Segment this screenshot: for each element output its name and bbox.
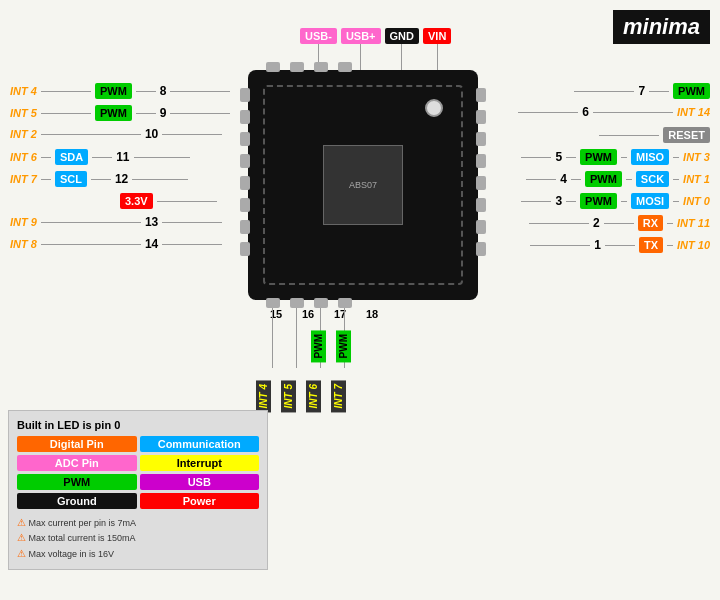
right-pin-row-4: 5 PWM MISO INT 3: [521, 149, 710, 165]
line7c: [162, 222, 222, 223]
note3: ⚠ Max voltage in is 16V: [17, 546, 259, 562]
rline4b: [566, 157, 576, 158]
int2-label: INT 2: [10, 128, 37, 140]
bottom-pin-numbers: 15 16 17 18: [265, 308, 383, 320]
v33-label: 3.3V: [120, 193, 153, 209]
usb-minus-label: USB-: [300, 28, 337, 44]
rpwm-5-label: PWM: [580, 149, 617, 165]
rpwm-7-label: PWM: [673, 83, 710, 99]
pad-b4: [338, 298, 352, 308]
rline4c: [621, 157, 627, 158]
line3: [41, 134, 141, 135]
line8: [41, 244, 141, 245]
usb-plus-label: USB+: [341, 28, 381, 44]
rline8: [530, 245, 590, 246]
pad-r2: [476, 110, 486, 124]
pad-l2: [240, 110, 250, 124]
sck-label: SCK: [636, 171, 669, 187]
rpin5-num: 5: [555, 150, 562, 164]
scl-label: SCL: [55, 171, 87, 187]
legend-communication: Communication: [140, 436, 260, 452]
left-pin-row-7: INT 9 13: [10, 215, 222, 229]
rpin2-num: 2: [593, 216, 600, 230]
rline1: [574, 91, 634, 92]
bpin16: 16: [297, 308, 319, 320]
pad-r3: [476, 132, 486, 146]
vin-top-label: VIN: [423, 28, 451, 44]
rpin1-num: 1: [594, 238, 601, 252]
pin8-num: 8: [160, 84, 167, 98]
bpin18: 18: [361, 308, 383, 320]
legend-notes: ⚠ Max current per pin is 7mA ⚠ Max total…: [17, 515, 259, 562]
rline2: [518, 112, 578, 113]
legend-usb: USB: [140, 474, 260, 490]
right-pin-row-2: 6 INT 14: [518, 105, 710, 119]
int7-label: INT 7: [10, 173, 37, 185]
rx-label: RX: [638, 215, 663, 231]
int5-label: INT 5: [10, 107, 37, 119]
pad-r1: [476, 88, 486, 102]
line5b: [91, 179, 111, 180]
bottom-pwm-group: PWM PWM: [311, 330, 351, 362]
miso-label: MISO: [631, 149, 669, 165]
line5: [41, 179, 51, 180]
bpin17: 17: [329, 308, 351, 320]
bint7: INT 7: [331, 380, 346, 412]
line5c: [132, 179, 188, 180]
rpin7-num: 7: [638, 84, 645, 98]
pin12-num: 12: [115, 172, 128, 186]
rpwm-3-label: PWM: [580, 193, 617, 209]
pad-l3: [240, 132, 250, 146]
pcb-inner: ABS07: [263, 85, 463, 285]
rline5: [526, 179, 556, 180]
legend-title: Built in LED is pin 0: [17, 419, 259, 431]
rline8d: [667, 245, 673, 246]
bpwm18: PWM: [336, 330, 351, 362]
rline2b: [593, 112, 673, 113]
left-pin-row-1: INT 4 PWM 8: [10, 83, 230, 99]
pad-l5: [240, 176, 250, 190]
right-pin-row-6: 3 PWM MOSI INT 0: [521, 193, 710, 209]
rline4d: [673, 157, 679, 158]
pad-l1: [240, 88, 250, 102]
pad-r7: [476, 220, 486, 234]
left-pin-row-6: 3.3V: [120, 193, 217, 209]
line1c: [170, 91, 230, 92]
pad-b2: [290, 298, 304, 308]
bottom-int-labels: INT 4 INT 5 INT 6 INT 7: [256, 380, 346, 412]
pad-l7: [240, 220, 250, 234]
rint3-label: INT 3: [683, 151, 710, 163]
line7: [41, 222, 141, 223]
right-pin-row-7: 2 RX INT 11: [529, 215, 710, 231]
rline7d: [667, 223, 673, 224]
line2c: [170, 113, 230, 114]
pad-t4: [338, 62, 352, 72]
legend-ground: Ground: [17, 493, 137, 509]
left-pin-row-8: INT 8 14: [10, 237, 222, 251]
pwm-9-label: PWM: [95, 105, 132, 121]
pin14-num: 14: [145, 237, 158, 251]
left-pin-row-2: INT 5 PWM 9: [10, 105, 230, 121]
pad-r4: [476, 154, 486, 168]
legend-panel: Built in LED is pin 0 Digital Pin Commun…: [8, 410, 268, 571]
rpin3-num: 3: [555, 194, 562, 208]
line1: [41, 91, 91, 92]
rint0-label: INT 0: [683, 195, 710, 207]
int6-label: INT 6: [10, 151, 37, 163]
rint14-label: INT 14: [677, 106, 710, 118]
pad-t2: [290, 62, 304, 72]
pad-t3: [314, 62, 328, 72]
rline5d: [673, 179, 679, 180]
rline6d: [673, 201, 679, 202]
pad-l6: [240, 198, 250, 212]
note2: ⚠ Max total current is 150mA: [17, 530, 259, 546]
right-pin-row-5: 4 PWM SCK INT 1: [526, 171, 710, 187]
led-component: [425, 99, 443, 117]
tx-label: TX: [639, 237, 663, 253]
pad-b3: [314, 298, 328, 308]
rpwm-4-label: PWM: [585, 171, 622, 187]
bline15: [272, 308, 273, 368]
pwm-8-label: PWM: [95, 83, 132, 99]
pad-l8: [240, 242, 250, 256]
rint11-label: INT 11: [677, 217, 710, 229]
